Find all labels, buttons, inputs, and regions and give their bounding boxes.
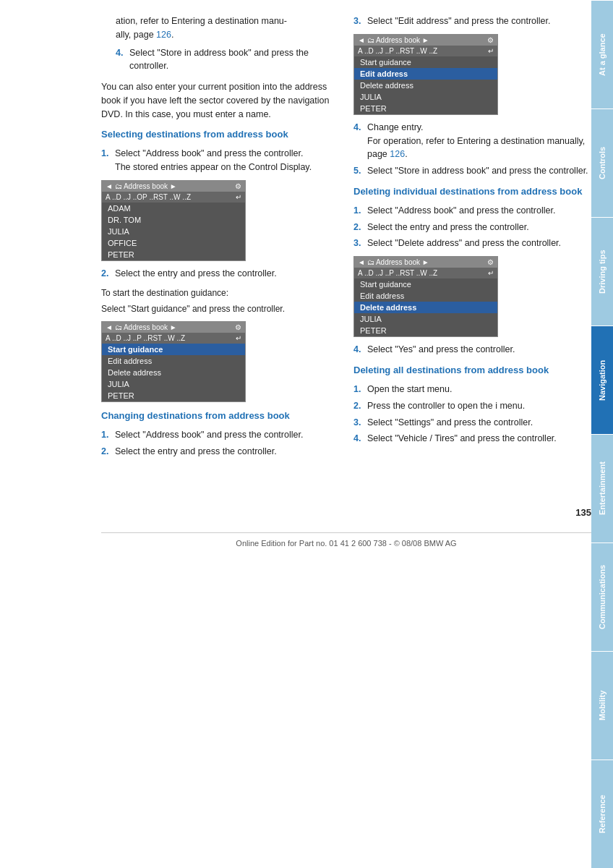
del-ind-step-num-2: 2. (353, 221, 364, 234)
ab-item-peter1: PETER (102, 249, 245, 260)
ab-nav-row-1: A ..D ..J ..OP ..RST ..W ..Z ↵ (102, 192, 245, 203)
del-all-step-2: 2. Press the controller to open the i me… (353, 399, 591, 413)
section-selecting-heading: Selecting destinations from address book (101, 128, 339, 141)
ab-item-del-start: Start guidance (354, 278, 497, 290)
step-text-1: Select "Address book" and press the cont… (115, 147, 339, 174)
step4-text: Select "Store in address book" and press… (129, 46, 339, 74)
tab-entertainment[interactable]: Entertainment (591, 434, 613, 542)
ab-gear-icon-2: ⚙ (235, 323, 241, 331)
tab-at-a-glance[interactable]: At a glance (591, 0, 613, 109)
page-link-126b[interactable]: 126 (390, 149, 405, 159)
start-guidance-note1: To start the destination guidance: (101, 286, 339, 299)
ab-item-r1-delete: Delete address (354, 80, 497, 91)
step-text-2: Select the entry and press the controlle… (115, 267, 339, 281)
screenshot-address-book-2: ◄ 🗂 Address book ► ⚙ A ..D ..J ..P ..RST… (101, 321, 339, 402)
intro-continuation: ation, refer to Entering a destination m… (101, 14, 339, 73)
ab-item-del-julia: JULIA (354, 313, 497, 325)
ab-item-office: OFFICE (102, 237, 245, 249)
screenshot-address-book-1: ◄ 🗂 Address book ► ⚙ A ..D ..J ..OP ..RS… (101, 180, 339, 261)
ab-nav-row-r1: A ..D ..J ..P ..RST ..W ..Z ↵ (354, 46, 497, 56)
ab-item-r1-julia: JULIA (354, 91, 497, 103)
del-ind-step-text-1: Select "Address book" and press the cont… (367, 204, 591, 218)
del-all-step-text-3: Select "Settings" and press the controll… (367, 416, 591, 430)
side-tabs: At a glance Controls Driving tips Naviga… (591, 0, 613, 868)
page-footer: Online Edition for Part no. 01 41 2 600 … (101, 532, 591, 548)
right-step-num-4: 4. (353, 121, 364, 161)
ab-header-1: ◄ 🗂 Address book ► ⚙ (102, 181, 245, 192)
page-number: 135 (101, 507, 591, 518)
screenshot-deleting-individual: ◄ 🗂 Address book ► ⚙ A ..D ..J ..P ..RST… (353, 256, 591, 337)
ab-header-title-del: ◄ 🗂 Address book ► (358, 258, 429, 266)
tab-navigation[interactable]: Navigation (591, 326, 613, 434)
tab-driving-tips[interactable]: Driving tips (591, 217, 613, 326)
del-ind-step-2: 2. Select the entry and press the contro… (353, 221, 591, 234)
step-item-2: 2. Select the entry and press the contro… (101, 267, 339, 281)
ab-item-julia1: JULIA (102, 226, 245, 237)
del-step4: 4. Select "Yes" and press the controller… (353, 343, 591, 357)
ab-header-title-r1: ◄ 🗂 Address book ► (358, 36, 429, 44)
ab-nav-arrow-2: ↵ (236, 334, 241, 342)
deleting-all-steps: 1. Open the start menu. 2. Press the con… (353, 383, 591, 446)
screenshot-right-1: ◄ 🗂 Address book ► ⚙ A ..D ..J ..P ..RST… (353, 34, 591, 115)
step-num-1: 1. (101, 147, 111, 174)
ab-header-title-1: ◄ 🗂 Address book ► (106, 182, 177, 190)
right-step-text-4: Change entry.For operation, refer to Ent… (367, 121, 591, 161)
change-step-1: 1. Select "Address book" and press the c… (101, 428, 339, 442)
right-step-text-5: Select "Store in address book" and press… (367, 164, 591, 178)
tab-controls[interactable]: Controls (591, 109, 613, 217)
two-columns: ation, refer to Entering a destination m… (101, 14, 591, 464)
tab-mobility[interactable]: Mobility (591, 651, 613, 760)
ab-gear-icon-r1: ⚙ (487, 36, 494, 44)
ab-nav-arrow-1: ↵ (236, 193, 241, 201)
ab-header-r1: ◄ 🗂 Address book ► ⚙ (354, 35, 497, 46)
step4-num: 4. (116, 46, 126, 74)
ab-item-del-peter: PETER (354, 325, 497, 336)
start-guidance-note2: Select "Start guidance" and press the co… (101, 302, 339, 315)
change-step-num-1: 1. (101, 428, 111, 442)
page-link-126a[interactable]: 126 (156, 30, 171, 40)
ab-nav-text-r1: A ..D ..J ..P ..RST ..W ..Z (358, 47, 437, 55)
ab-nav-arrow-del: ↵ (488, 269, 494, 277)
del-ind-step-text-2: Select the entry and press the controlle… (367, 221, 591, 234)
ab-nav-text-2: A ..D ..J ..P ..RST ..W ..Z (106, 334, 185, 342)
del-step-num-4: 4. (353, 343, 364, 357)
ab-screenshot-2: ◄ 🗂 Address book ► ⚙ A ..D ..J ..P ..RST… (101, 321, 246, 402)
page-container: ation, refer to Entering a destination m… (0, 0, 613, 868)
tab-reference[interactable]: Reference (591, 760, 613, 868)
change-step-num-2: 2. (101, 445, 111, 459)
tab-communications[interactable]: Communications (591, 542, 613, 651)
del-all-step-3: 3. Select "Settings" and press the contr… (353, 416, 591, 430)
right-step-num-3: 3. (353, 14, 364, 28)
change-step-text-2: Select the entry and press the controlle… (115, 445, 339, 459)
ab-header-del: ◄ 🗂 Address book ► ⚙ (354, 257, 497, 268)
del-all-step-num-1: 1. (353, 383, 364, 396)
right-step-5: 5. Select "Store in address book" and pr… (353, 164, 591, 178)
ab-gear-icon-1: ⚙ (235, 182, 241, 190)
ab-item-adam: ADAM (102, 203, 245, 214)
del-all-step-text-1: Open the start menu. (367, 383, 591, 396)
right-step-num-5: 5. (353, 164, 364, 178)
ab-item-del-delete: Delete address (354, 302, 497, 313)
change-step-text-1: Select "Address book" and press the cont… (115, 428, 339, 442)
right-step-text-3: Select "Edit address" and press the cont… (367, 14, 591, 28)
selecting-steps: 1. Select "Address book" and press the c… (101, 147, 339, 174)
intro-line2: ally, page 126. (116, 28, 339, 42)
ab-item-r1-edit: Edit address (354, 68, 497, 80)
ab-item-edit-addr1: Edit address (102, 355, 245, 367)
step-item: 1. Select "Address book" and press the c… (101, 147, 339, 174)
ab-nav-row-del: A ..D ..J ..P ..RST ..W ..Z ↵ (354, 268, 497, 278)
deleting-individual-steps: 1. Select "Address book" and press the c… (353, 204, 591, 250)
ab-nav-arrow-r1: ↵ (488, 47, 494, 55)
ab-item-peter2: PETER (102, 390, 245, 401)
right-column: 3. Select "Edit address" and press the c… (353, 14, 591, 464)
ab-nav-text-1: A ..D ..J ..OP ..RST ..W ..Z (106, 193, 191, 201)
del-ind-step-num-3: 3. (353, 237, 364, 250)
ab-item-r1-start: Start guidance (354, 56, 497, 68)
ab-nav-row-2: A ..D ..J ..P ..RST ..W ..Z ↵ (102, 333, 245, 344)
ab-item-del-edit: Edit address (354, 290, 497, 302)
main-content: ation, refer to Entering a destination m… (0, 0, 613, 868)
ab-gear-icon-del: ⚙ (487, 258, 494, 266)
changing-steps: 1. Select "Address book" and press the c… (101, 428, 339, 459)
change-step-2: 2. Select the entry and press the contro… (101, 445, 339, 459)
ab-screenshot-right-1: ◄ 🗂 Address book ► ⚙ A ..D ..J ..P ..RST… (353, 34, 498, 115)
